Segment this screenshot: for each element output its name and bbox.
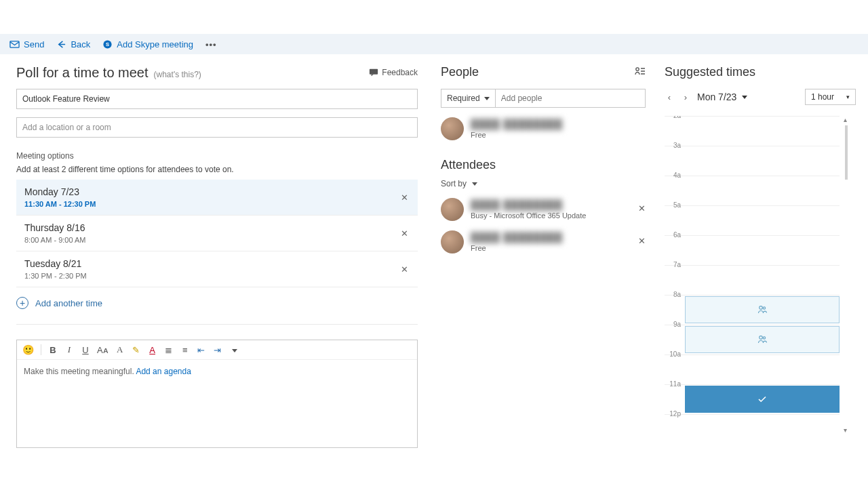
time-option[interactable]: Thursday 8/16 8:00 AM - 9:00 AM ✕ [16, 216, 418, 251]
hour-row: 2a [665, 116, 840, 146]
emoji-icon[interactable]: 🙂 [22, 344, 34, 355]
time-option[interactable]: Tuesday 8/21 1:30 PM - 2:30 PM ✕ [16, 251, 418, 287]
people-header: People [441, 65, 479, 79]
people-icon [757, 304, 768, 315]
add-people-field[interactable]: Required [441, 89, 646, 108]
feedback-icon [369, 68, 378, 77]
hour-row: 3a [665, 146, 840, 176]
italic-icon[interactable]: I [64, 344, 74, 355]
avatar [441, 230, 464, 253]
duration-dropdown[interactable]: 1 hour▾ [805, 89, 856, 105]
bold-icon[interactable]: B [48, 345, 58, 355]
suggested-slot-selected[interactable] [685, 386, 840, 413]
suggested-times-header: Suggested times [665, 65, 856, 79]
suggested-slot[interactable] [685, 296, 840, 323]
scroll-up-icon[interactable]: ▴ [841, 116, 849, 124]
send-icon [9, 39, 20, 49]
editor-body[interactable]: Make this meeting meaningful. Add an age… [17, 360, 417, 383]
time-option[interactable]: Monday 7/23 11:30 AM - 12:30 PM ✕ [16, 180, 418, 216]
plus-icon: + [16, 297, 28, 309]
hour-label: 10a [665, 350, 681, 358]
avatar [441, 117, 464, 140]
hour-label: 11a [665, 380, 681, 388]
highlight-icon[interactable]: ✎ [132, 345, 141, 355]
numbers-icon[interactable]: ≡ [180, 345, 190, 355]
scroll-thumb[interactable] [845, 125, 848, 180]
svg-point-8 [763, 337, 765, 339]
indent-icon[interactable]: ⇥ [213, 345, 222, 355]
svg-rect-3 [370, 69, 378, 75]
toolbar: Send Back S Add Skype meeting ••• [0, 34, 868, 54]
scrollbar[interactable]: ▴ ▾ [841, 116, 849, 434]
subject-input[interactable] [16, 89, 418, 109]
location-input[interactable] [16, 117, 418, 138]
svg-point-7 [760, 336, 763, 340]
meeting-options-label: Meeting options [16, 151, 418, 161]
svg-point-6 [763, 307, 765, 309]
date-picker[interactable]: Mon 7/23 [697, 92, 747, 102]
underline-icon[interactable]: U [81, 345, 90, 355]
add-skype-button[interactable]: S Add Skype meeting [102, 39, 193, 49]
person-status: Busy - Microsoft Office 365 Update [471, 211, 586, 220]
attendee-row: ████ ████████ Busy - Microsoft Office 36… [441, 198, 646, 221]
bullets-icon[interactable]: ≣ [164, 345, 174, 355]
required-dropdown[interactable]: Required [441, 89, 496, 107]
hour-label: 8a [665, 291, 681, 298]
hour-label: 9a [665, 321, 681, 328]
add-another-time-button[interactable]: + Add another time [16, 297, 418, 309]
check-icon [757, 394, 768, 405]
suggested-slot[interactable] [685, 326, 840, 353]
whats-this-link[interactable]: (what's this?) [154, 70, 201, 79]
remove-attendee-button[interactable]: ✕ [638, 236, 646, 246]
people-icon [757, 334, 768, 345]
remove-attendee-button[interactable]: ✕ [638, 203, 646, 214]
hour-label: 6a [665, 231, 681, 239]
body-editor[interactable]: 🙂 B I U Aᴀ A ✎ A ≣ ≡ ⇤ ⇥ Make this meet [16, 340, 418, 448]
scroll-down-icon[interactable]: ▾ [841, 426, 849, 434]
fontcolor-icon[interactable]: A [148, 345, 157, 355]
remove-option-button[interactable]: ✕ [401, 192, 408, 203]
hour-row: 10a [665, 354, 840, 384]
timeline[interactable]: ▴ ▾ 2a3a4a5a6a7a8a9a10a11a12p [665, 116, 856, 434]
meeting-options-hint: Add at least 2 different time options fo… [16, 165, 418, 174]
back-button[interactable]: Back [56, 39, 90, 49]
add-people-input[interactable] [496, 89, 645, 107]
organizer-row: ████ ████████ Free [441, 117, 646, 140]
hour-label: 5a [665, 201, 681, 209]
people-view-icon[interactable] [635, 66, 646, 78]
next-day-button[interactable]: › [681, 92, 690, 102]
editor-toolbar: 🙂 B I U Aᴀ A ✎ A ≣ ≡ ⇤ ⇥ [17, 340, 417, 360]
svg-point-5 [760, 306, 763, 310]
remove-option-button[interactable]: ✕ [401, 228, 408, 239]
hour-label: 4a [665, 171, 681, 179]
svg-rect-0 [10, 41, 19, 47]
hour-label: 2a [665, 116, 681, 119]
person-name: ████ ████████ [471, 119, 563, 129]
outdent-icon[interactable]: ⇤ [197, 345, 206, 355]
svg-point-4 [636, 68, 639, 70]
add-agenda-link[interactable]: Add an agenda [136, 367, 191, 376]
hour-row: 7a [665, 265, 840, 295]
attendee-row: ████ ████████ Free ✕ [441, 230, 646, 253]
prev-day-button[interactable]: ‹ [665, 92, 674, 102]
time-options-list: Monday 7/23 11:30 AM - 12:30 PM ✕ Thursd… [16, 180, 418, 287]
hour-label: 7a [665, 261, 681, 268]
person-name: ████ ████████ [471, 232, 563, 243]
feedback-button[interactable]: Feedback [369, 68, 418, 77]
more-menu-button[interactable]: ••• [205, 39, 217, 49]
skype-icon: S [102, 39, 113, 49]
svg-text:S: S [106, 41, 109, 47]
fontsize-icon[interactable]: A [115, 344, 125, 355]
font-icon[interactable]: Aᴀ [97, 345, 108, 355]
hour-row: 6a [665, 235, 840, 265]
attendees-header: Attendees [441, 158, 646, 172]
send-button[interactable]: Send [9, 39, 44, 49]
hour-row: 5a [665, 205, 840, 235]
page-title: Poll for a time to meet [16, 65, 149, 81]
sort-by-dropdown[interactable]: Sort by [441, 179, 646, 188]
hour-row: 12p [665, 414, 840, 434]
avatar [441, 198, 464, 221]
editor-more-icon[interactable] [229, 345, 239, 355]
hour-label: 3a [665, 142, 681, 149]
remove-option-button[interactable]: ✕ [401, 264, 408, 274]
